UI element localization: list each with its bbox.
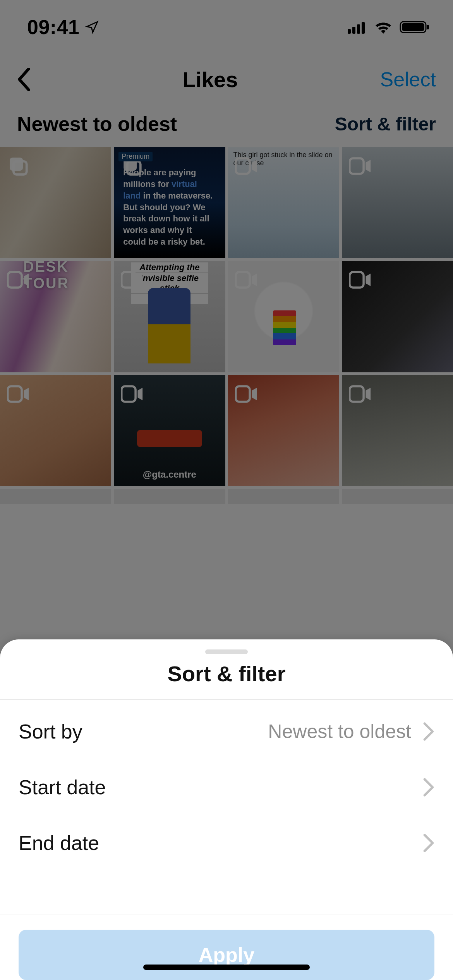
sheet-title: Sort & filter — [0, 661, 453, 699]
row-label: Sort by — [19, 720, 82, 743]
home-indicator[interactable] — [143, 965, 310, 970]
screen: 09:41 Likes Select Newest to oldest Sort… — [0, 0, 453, 980]
apply-button[interactable]: Apply — [19, 930, 434, 980]
sort-by-value: Newest to oldest — [268, 720, 411, 743]
end-date-row[interactable]: End date — [0, 815, 453, 871]
sort-by-row[interactable]: Sort by Newest to oldest — [0, 704, 453, 759]
chevron-right-icon — [423, 722, 434, 741]
sheet-grabber[interactable] — [205, 649, 248, 654]
sheet-rows: Sort by Newest to oldest Start date End … — [0, 700, 453, 875]
sort-filter-sheet: Sort & filter Sort by Newest to oldest S… — [0, 639, 453, 980]
row-label: End date — [19, 831, 99, 855]
row-label: Start date — [19, 776, 106, 799]
start-date-row[interactable]: Start date — [0, 759, 453, 815]
chevron-right-icon — [423, 834, 434, 852]
chevron-right-icon — [423, 778, 434, 797]
